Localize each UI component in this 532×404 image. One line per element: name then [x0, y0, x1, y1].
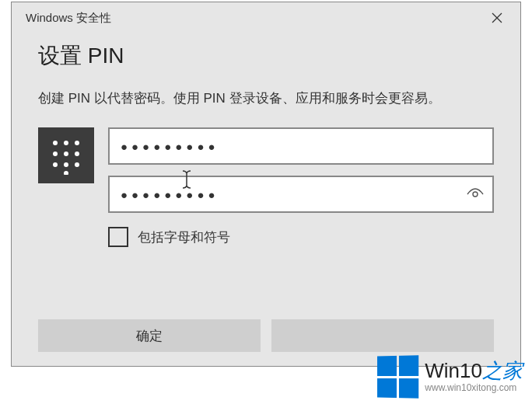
windows-logo-icon — [377, 355, 418, 398]
ok-button[interactable]: 确定 — [38, 319, 261, 352]
dialog-content: 设置 PIN 创建 PIN 以代替密码。使用 PIN 登录设备、应用和服务时会更… — [12, 33, 520, 247]
watermark-brand: Win10 — [425, 359, 482, 382]
checkbox-label: 包括字母和符号 — [138, 228, 230, 246]
security-dialog: Windows 安全性 设置 PIN 创建 PIN 以代替密码。使用 PIN 登… — [11, 2, 521, 367]
keypad-icon — [38, 127, 94, 183]
reveal-password-button[interactable] — [464, 183, 486, 205]
close-button[interactable] — [483, 5, 511, 30]
eye-icon — [467, 188, 484, 200]
svg-point-4 — [75, 141, 79, 145]
watermark-url: www.win10xitong.com — [425, 383, 523, 394]
watermark-text: Win10之家 www.win10xitong.com — [425, 360, 523, 394]
cancel-button[interactable] — [271, 319, 494, 352]
svg-point-6 — [64, 152, 68, 156]
pin-field[interactable] — [108, 127, 494, 165]
include-symbols-checkbox[interactable] — [108, 227, 128, 247]
pin-input-wrap — [108, 127, 494, 165]
watermark-brand-accent: 之家 — [482, 359, 523, 382]
svg-point-7 — [75, 152, 79, 156]
checkbox-row: 包括字母和符号 — [108, 227, 494, 247]
svg-point-2 — [53, 141, 58, 145]
pin-form — [38, 127, 494, 213]
input-column — [108, 127, 494, 213]
confirm-pin-field[interactable] — [108, 176, 494, 213]
svg-point-10 — [75, 162, 79, 167]
close-icon — [492, 12, 502, 23]
confirm-input-wrap — [108, 176, 494, 213]
svg-point-12 — [473, 192, 478, 197]
dialog-heading: 设置 PIN — [38, 41, 494, 71]
svg-point-8 — [53, 162, 58, 167]
watermark: Win10之家 www.win10xitong.com — [376, 356, 523, 398]
button-row: 确定 — [38, 319, 494, 352]
svg-point-9 — [64, 162, 68, 167]
titlebar: Windows 安全性 — [12, 2, 520, 33]
svg-point-5 — [53, 152, 58, 156]
window-title: Windows 安全性 — [26, 11, 111, 26]
svg-point-11 — [64, 171, 68, 175]
dialog-description: 创建 PIN 以代替密码。使用 PIN 登录设备、应用和服务时会更容易。 — [38, 88, 494, 109]
svg-point-3 — [64, 141, 68, 145]
